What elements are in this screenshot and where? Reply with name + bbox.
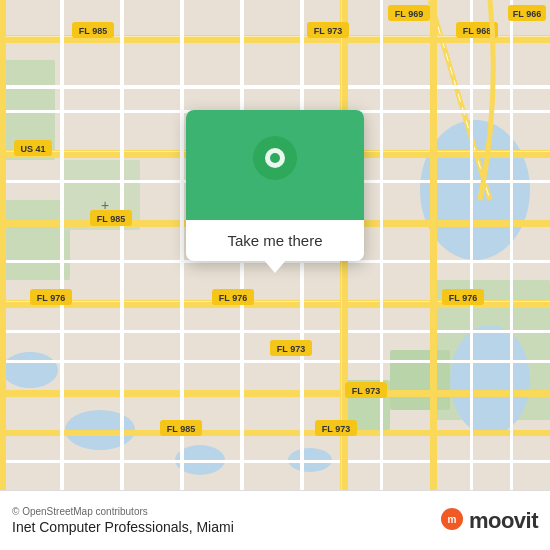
svg-text:FL 985: FL 985 [167,424,195,434]
svg-rect-42 [510,0,513,490]
svg-text:m: m [447,514,456,525]
moovit-logo[interactable]: m moovit [439,506,538,536]
svg-rect-41 [470,0,473,490]
svg-text:FL 968: FL 968 [463,26,491,36]
popup-button-area: Take me there [186,220,364,261]
svg-text:FL 985: FL 985 [79,26,107,36]
svg-rect-36 [120,0,124,490]
svg-point-7 [2,352,58,388]
bottom-bar: © OpenStreetMap contributors Inet Comput… [0,490,550,550]
svg-text:FL 973: FL 973 [314,26,342,36]
svg-text:FL 973: FL 973 [322,424,350,434]
svg-rect-24 [0,85,550,89]
location-pin-icon [250,136,300,194]
bottom-left: © OpenStreetMap contributors Inet Comput… [12,506,234,535]
popup-map-preview [186,110,364,220]
location-name: Inet Computer Professionals, Miami [12,519,234,535]
svg-text:+: + [101,197,109,213]
svg-rect-30 [0,460,550,463]
svg-text:FL 973: FL 973 [277,344,305,354]
take-me-there-button[interactable]: Take me there [227,230,322,251]
svg-rect-34 [430,0,437,490]
svg-text:FL 973: FL 973 [352,386,380,396]
svg-text:FL 976: FL 976 [37,293,65,303]
moovit-pin-icon: m [439,506,465,536]
svg-text:FL 976: FL 976 [219,293,247,303]
svg-point-76 [270,153,280,163]
svg-rect-22 [0,390,550,397]
svg-rect-23 [0,430,550,436]
svg-rect-28 [0,330,550,333]
svg-rect-5 [390,350,450,410]
svg-text:FL 985: FL 985 [97,214,125,224]
svg-text:FL 966: FL 966 [513,9,541,19]
attribution-text: © OpenStreetMap contributors [12,506,234,517]
map-container: FL 985 FL 973 FL 969 FL 968 FL 966 US 41… [0,0,550,490]
svg-point-12 [450,325,530,435]
svg-text:FL 969: FL 969 [395,9,423,19]
svg-rect-31 [0,0,6,490]
svg-rect-35 [60,0,64,490]
svg-rect-40 [380,0,383,490]
svg-rect-29 [0,360,550,363]
popup-card: Take me there [186,110,364,261]
svg-text:FL 976: FL 976 [449,293,477,303]
svg-text:US 41: US 41 [20,144,45,154]
svg-rect-37 [180,0,184,490]
svg-rect-2 [0,200,70,280]
moovit-brand-text: moovit [469,508,538,534]
